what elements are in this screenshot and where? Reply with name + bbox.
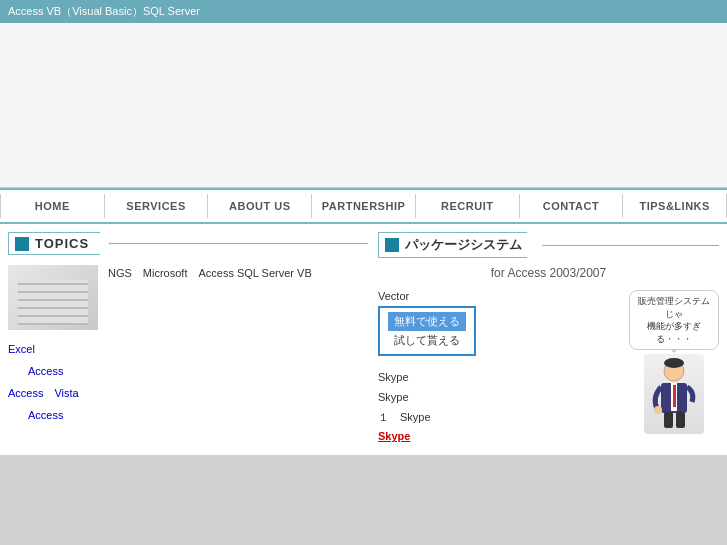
vector-btn-bot: 試して貰える: [388, 331, 466, 350]
main-content: TOPICS NGS Microsoft Access SQL Server V…: [0, 224, 727, 455]
package-right: 販売管理システムじゃ 機能が多すぎる・・・: [629, 290, 719, 434]
topics-links: Excel Access Access Vista Access: [8, 338, 368, 426]
skype-label3: １ Skype: [378, 408, 621, 428]
package-body: Vector 無料で使える 試して貰える Skype Skype １ Skype…: [378, 290, 719, 447]
topics-image: [8, 265, 98, 330]
access-link2[interactable]: Access: [28, 409, 63, 421]
titlebar-text: Access VB（Visual Basic）SQL Server: [8, 5, 200, 17]
package-section: パッケージシステム for Access 2003/2007 Vector 無料…: [378, 232, 719, 447]
character-svg: [647, 357, 702, 432]
bubble-line1: 販売管理システムじゃ: [638, 296, 710, 319]
svg-point-5: [654, 406, 662, 414]
topics-section: TOPICS NGS Microsoft Access SQL Server V…: [8, 232, 368, 447]
topics-title: TOPICS: [35, 236, 89, 251]
access-link[interactable]: Access: [28, 365, 63, 377]
nav-about[interactable]: ABOUT US: [208, 194, 312, 218]
vector-btn-top: 無料で使える: [388, 312, 466, 331]
nav-tips[interactable]: TIPS&LINKS: [623, 194, 727, 218]
topics-header: TOPICS: [8, 232, 368, 255]
topics-link1[interactable]: Excel: [8, 338, 368, 360]
package-left: Vector 無料で使える 試して貰える Skype Skype １ Skype…: [378, 290, 621, 447]
banner: [0, 23, 727, 188]
bubble-line2: 機能が多すぎる・・・: [647, 321, 701, 344]
skype-link-text[interactable]: Skype: [378, 427, 621, 447]
vector-label: Vector: [378, 290, 621, 302]
topics-link4[interactable]: Access: [8, 404, 368, 426]
topics-icon: [15, 237, 29, 251]
navbar: HOME SERVICES ABOUT US PARTNERSHIP RECRU…: [0, 188, 727, 224]
nav-contact[interactable]: CONTACT: [520, 194, 624, 218]
nav-services[interactable]: SERVICES: [105, 194, 209, 218]
package-title-box: パッケージシステム: [378, 232, 543, 258]
speech-bubble: 販売管理システムじゃ 機能が多すぎる・・・: [629, 290, 719, 350]
excel-link[interactable]: Excel: [8, 343, 35, 355]
topics-link3[interactable]: Access Vista: [8, 382, 368, 404]
topics-text1: NGS Microsoft Access SQL Server VB: [108, 265, 312, 283]
nav-home[interactable]: HOME: [0, 194, 105, 218]
package-icon: [385, 238, 399, 252]
skype-label1: Skype: [378, 368, 621, 388]
topics-description: NGS Microsoft Access SQL Server VB: [108, 265, 312, 287]
vector-button[interactable]: 無料で使える 試して貰える: [378, 306, 476, 356]
topics-line: [110, 243, 368, 244]
skype-label2: Skype: [378, 388, 621, 408]
topics-title-box: TOPICS: [8, 232, 110, 255]
svg-rect-4: [673, 385, 676, 407]
svg-rect-6: [664, 412, 673, 428]
nav-partnership[interactable]: PARTNERSHIP: [312, 194, 416, 218]
package-line: [543, 245, 719, 246]
package-subtitle: for Access 2003/2007: [378, 266, 719, 280]
character-area: 販売管理システムじゃ 機能が多すぎる・・・: [629, 290, 719, 434]
topics-image-row: NGS Microsoft Access SQL Server VB: [8, 265, 368, 330]
titlebar: Access VB（Visual Basic）SQL Server: [0, 0, 727, 23]
package-title: パッケージシステム: [405, 236, 522, 254]
svg-rect-7: [676, 412, 685, 428]
skype-section: Skype Skype １ Skype Skype: [378, 368, 621, 447]
skype-link[interactable]: Skype: [378, 430, 410, 442]
character-figure: [644, 354, 704, 434]
topics-link2[interactable]: Access: [8, 360, 368, 382]
nav-recruit[interactable]: RECRUIT: [416, 194, 520, 218]
svg-point-1: [664, 358, 684, 368]
access-vista-link[interactable]: Access Vista: [8, 387, 79, 399]
package-header: パッケージシステム: [378, 232, 719, 258]
